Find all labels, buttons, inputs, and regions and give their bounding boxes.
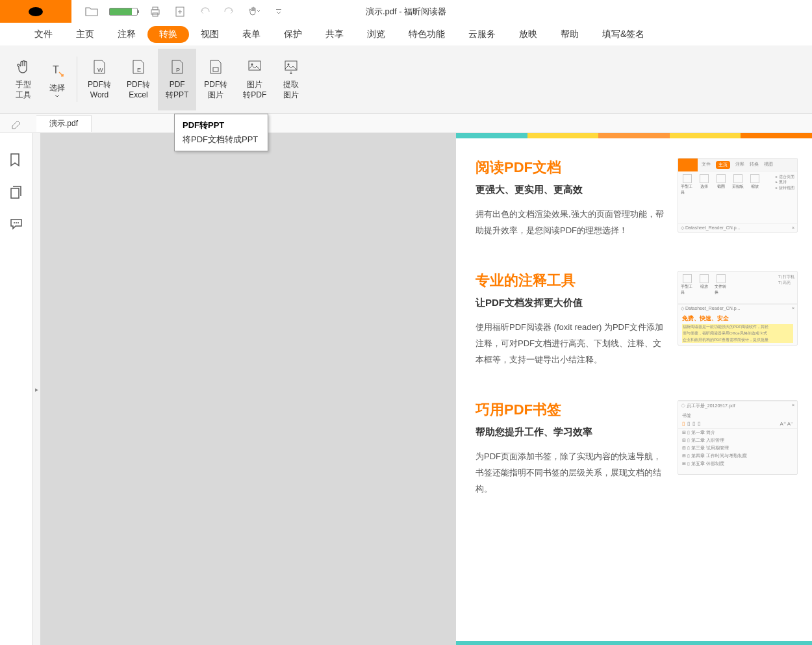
document-tab-bar: 演示.pdf (0, 114, 812, 133)
svg-point-16 (16, 222, 17, 223)
chevron-right-icon: ▸ (35, 386, 38, 393)
ribbon-btn-0[interactable]: 手型 工具 (6, 49, 40, 110)
feature-description: 使用福昕PDF阅读器 (foxit reader) 为PDF文件添加注释，可对P… (476, 320, 666, 368)
feature-section-0: 阅读PDF文档更强大、更实用、更高效拥有出色的文档渲染效果,强大的页面管理功能，… (456, 138, 812, 251)
more-dropdown-icon[interactable] (272, 5, 286, 19)
document-view-right-page[interactable]: 阅读PDF文档更强大、更实用、更高效拥有出色的文档渲染效果,强大的页面管理功能，… (456, 133, 812, 645)
left-sidebar (0, 133, 32, 645)
svg-text:E: E (137, 67, 141, 73)
ribbon-btn-7[interactable]: 提取 图片 (274, 49, 308, 110)
svg-text:W: W (97, 67, 103, 73)
ribbon-label: PDF转 Excel (127, 80, 150, 100)
ribbon-icon-4: P (168, 58, 186, 76)
feature-title: 阅读PDF文档 (476, 158, 666, 177)
menu-item-8[interactable]: 浏览 (355, 25, 397, 44)
menu-item-10[interactable]: 云服务 (457, 25, 507, 44)
app-logo (0, 0, 71, 23)
save-icon[interactable] (173, 5, 187, 19)
menu-item-5[interactable]: 表单 (231, 25, 272, 44)
undo-icon[interactable] (197, 5, 212, 19)
battery-indicator (109, 8, 138, 16)
title-bar: 演示.pdf - 福昕阅读器 (0, 0, 812, 23)
hand-dropdown-icon[interactable] (247, 5, 261, 19)
decorative-stripe (456, 133, 812, 138)
eraser-icon[interactable] (10, 117, 23, 130)
main-area: ▸ 阅读PDF文档更强大、更实用、更高效拥有出色的文档渲染效果,强大的页面管理功… (0, 133, 812, 645)
menu-item-12[interactable]: 帮助 (549, 25, 590, 44)
open-icon[interactable] (84, 5, 99, 19)
ribbon-icon-5 (207, 58, 225, 76)
svg-point-15 (14, 222, 15, 223)
menu-item-4[interactable]: 视图 (189, 25, 231, 44)
feature-subtitle: 更强大、更实用、更高效 (476, 184, 666, 196)
comments-icon[interactable] (9, 218, 23, 232)
ribbon-icon-2: W (90, 58, 108, 76)
panel-splitter[interactable]: ▸ (32, 133, 40, 645)
ribbon-label: PDF转 图片 (204, 80, 227, 100)
feature-section-2: 巧用PDF书签帮助您提升工作、学习效率为PDF页面添加书签，除了实现内容的快速导… (456, 381, 812, 510)
redo-icon[interactable] (222, 5, 236, 19)
ribbon-icon-0 (14, 58, 32, 76)
bookmark-icon[interactable] (9, 153, 23, 167)
ribbon-icon-7 (282, 58, 300, 76)
menu-item-2[interactable]: 注释 (106, 25, 147, 44)
svg-rect-9 (213, 68, 218, 71)
print-icon[interactable] (148, 5, 162, 19)
quick-access-toolbar (84, 5, 286, 19)
feature-description: 拥有出色的文档渲染效果,强大的页面管理功能，帮助提升效率，是您阅读PDF的理想选… (476, 207, 666, 238)
svg-rect-4 (276, 9, 281, 10)
ribbon-label: 图片 转PDF (243, 80, 266, 100)
tooltip: PDF转PPT 将PDF文档转成PPT (174, 114, 268, 151)
feature-screenshot: 文件主页注释转换视图手型工具选择截图剪贴板缩放▸ 适合页面▸ 重排▸ 旋转视图◇… (678, 158, 798, 233)
svg-point-11 (251, 64, 253, 66)
svg-rect-1 (153, 7, 158, 10)
ribbon-label: 选择 (49, 83, 65, 94)
feature-subtitle: 让PDF文档发挥更大价值 (476, 297, 666, 309)
menu-item-9[interactable]: 特色功能 (397, 25, 457, 44)
tooltip-title: PDF转PPT (183, 120, 260, 131)
svg-point-13 (288, 64, 290, 66)
menu-item-3[interactable]: 转换 (147, 26, 189, 43)
ribbon-label: 提取 图片 (283, 80, 299, 100)
menu-item-6[interactable]: 保护 (272, 25, 314, 44)
feature-section-1: 专业的注释工具让PDF文档发挥更大价值使用福昕PDF阅读器 (foxit rea… (456, 251, 812, 381)
feature-title: 专业的注释工具 (476, 271, 666, 290)
decorative-bottom-stripe (456, 641, 812, 645)
tooltip-description: 将PDF文档转成PPT (183, 134, 260, 145)
ribbon-label: PDF 转PPT (166, 80, 188, 100)
feature-title: 巧用PDF书签 (476, 400, 666, 420)
document-view-left-page[interactable] (40, 133, 456, 645)
ribbon-btn-6[interactable]: 图片 转PDF (235, 49, 274, 110)
svg-text:T: T (53, 64, 59, 75)
ribbon-toolbar: 手型 工具T选择WPDF转 WordEPDF转 ExcelPPDF 转PPTPD… (0, 45, 812, 114)
ribbon-icon-6 (246, 58, 264, 76)
menu-item-7[interactable]: 共享 (314, 25, 355, 44)
window-title: 演示.pdf - 福昕阅读器 (366, 6, 446, 18)
ribbon-label: PDF转 Word (88, 80, 111, 100)
ribbon-icon-3: E (129, 58, 147, 76)
ribbon-btn-5[interactable]: PDF转 图片 (196, 49, 235, 110)
pages-icon[interactable] (9, 185, 23, 199)
ribbon-btn-4[interactable]: PPDF 转PPT (158, 49, 196, 110)
feature-screenshot: ◇ 员工手册_20120917.pdf×书签▯▯▯▯A⁺ A⁻⊞▯第一章 简介⊞… (678, 400, 798, 475)
menu-item-11[interactable]: 放映 (507, 25, 549, 44)
ribbon-icon-1: T (48, 61, 66, 79)
feature-description: 为PDF页面添加书签，除了实现内容的快速导航，书签还能指明不同书签的层级关系，展… (476, 449, 666, 497)
svg-text:P: P (176, 67, 180, 73)
document-tab[interactable]: 演示.pdf (36, 115, 92, 132)
ribbon-btn-2[interactable]: WPDF转 Word (80, 49, 119, 110)
menu-item-0[interactable]: 文件 (23, 25, 64, 44)
feature-screenshot: 手型工具缩放文件转换T| 打字机T| 高亮◇ Datasheet_Reader_… (678, 271, 798, 346)
svg-rect-14 (11, 188, 19, 198)
menu-item-1[interactable]: 主页 (64, 25, 106, 44)
ribbon-label: 手型 工具 (16, 80, 31, 100)
menu-item-13[interactable]: 填写&签名 (590, 25, 656, 44)
svg-point-17 (18, 222, 19, 223)
ribbon-btn-3[interactable]: EPDF转 Excel (119, 49, 158, 110)
menu-bar: 文件主页注释转换视图表单保护共享浏览特色功能云服务放映帮助填写&签名 (0, 23, 812, 45)
ribbon-btn-1[interactable]: T选择 (40, 49, 74, 110)
feature-subtitle: 帮助您提升工作、学习效率 (476, 426, 666, 438)
